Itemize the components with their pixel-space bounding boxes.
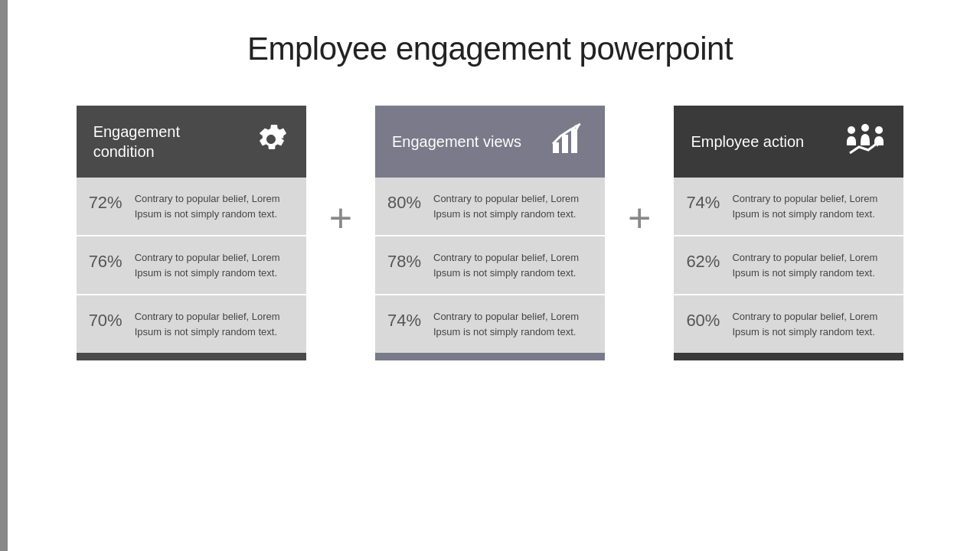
card-1-footer [77,353,306,360]
card-2-title: Engagement views [392,132,521,152]
people-trend-icon [844,121,887,162]
percent-value: 76% [89,250,135,272]
card-2-header: Engagement views [375,106,605,178]
row-text: Contrary to popular belief, Lorem Ipsum … [135,309,294,339]
table-row: 62% Contrary to popular belief, Lorem Ip… [674,236,903,295]
table-row: 78% Contrary to popular belief, Lorem Ip… [375,236,605,295]
svg-point-4 [848,126,855,134]
row-text: Contrary to popular belief, Lorem Ipsum … [732,309,891,339]
percent-value: 60% [686,309,732,331]
row-text: Contrary to popular belief, Lorem Ipsum … [433,191,593,221]
percent-value: 74% [387,309,433,331]
table-row: 76% Contrary to popular belief, Lorem Ip… [77,236,306,295]
card-1-body: 72% Contrary to popular belief, Lorem Ip… [77,178,306,353]
row-text: Contrary to popular belief, Lorem Ipsum … [433,309,593,339]
left-accent-bar [0,0,8,551]
row-text: Contrary to popular belief, Lorem Ipsum … [732,191,891,221]
chart-bar-icon [550,121,588,162]
percent-value: 72% [89,191,135,213]
card-2-body: 80% Contrary to popular belief, Lorem Ip… [375,178,605,353]
percent-value: 70% [89,309,135,331]
percent-value: 80% [387,191,433,213]
card-3-body: 74% Contrary to popular belief, Lorem Ip… [674,178,903,353]
svg-rect-2 [571,129,577,153]
card-2-footer [375,353,605,360]
table-row: 74% Contrary to popular belief, Lorem Ip… [674,178,903,236]
page-title: Employee engagement powerpoint [247,31,733,67]
plus-sign-2: + [628,195,651,241]
cards-container: Engagement condition 72% Contrary to pop… [0,106,980,360]
table-row: 80% Contrary to popular belief, Lorem Ip… [375,178,605,236]
table-row: 74% Contrary to popular belief, Lorem Ip… [375,295,605,353]
engagement-views-card: Engagement views 80% Contrary to popular… [375,106,605,360]
engagement-condition-card: Engagement condition 72% Contrary to pop… [77,106,306,360]
row-text: Contrary to popular belief, Lorem Ipsum … [135,191,294,221]
svg-point-5 [861,124,869,132]
table-row: 70% Contrary to popular belief, Lorem Ip… [77,295,306,353]
card-1-title: Engagement condition [93,122,245,161]
table-row: 60% Contrary to popular belief, Lorem Ip… [674,295,903,353]
svg-point-6 [875,126,883,134]
gear-icon [253,121,289,162]
row-text: Contrary to popular belief, Lorem Ipsum … [135,250,294,280]
employee-action-card: Employee action [674,106,903,360]
card-3-title: Employee action [691,132,804,152]
percent-value: 78% [387,250,433,272]
row-text: Contrary to popular belief, Lorem Ipsum … [732,250,891,280]
card-3-header: Employee action [674,106,903,178]
percent-value: 74% [686,191,732,213]
svg-rect-1 [562,135,568,153]
table-row: 72% Contrary to popular belief, Lorem Ip… [77,178,306,236]
plus-sign-1: + [329,195,352,241]
card-1-header: Engagement condition [77,106,306,178]
card-3-footer [674,353,903,360]
percent-value: 62% [686,250,732,272]
row-text: Contrary to popular belief, Lorem Ipsum … [433,250,593,280]
